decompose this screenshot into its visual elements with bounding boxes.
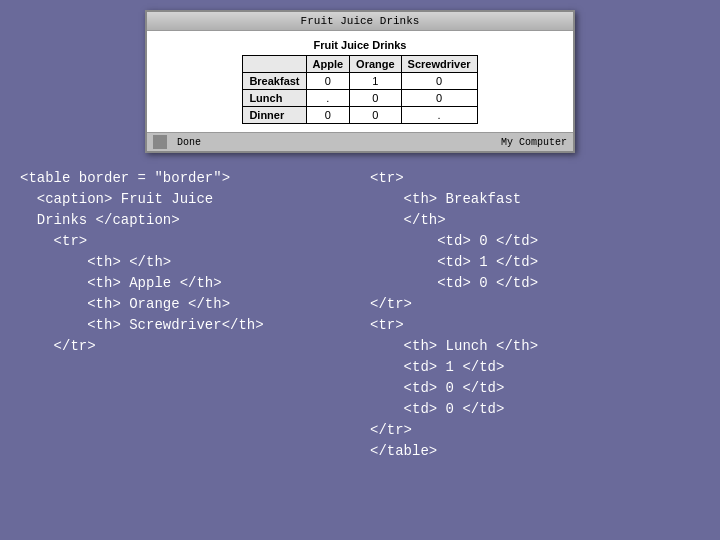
table-row: Dinner 0 0 . <box>243 107 477 124</box>
code-line: <tr> <box>370 168 700 189</box>
cell-lunch-orange: 0 <box>350 90 402 107</box>
code-line: <td> 0 </td> <box>370 273 700 294</box>
row-label-dinner: Dinner <box>243 107 306 124</box>
code-line: <th> Screwdriver</th> <box>20 315 350 336</box>
table-header-orange: Orange <box>350 56 402 73</box>
status-left: Done <box>153 135 201 149</box>
row-label-lunch: Lunch <box>243 90 306 107</box>
table-caption: Fruit Juice Drinks <box>242 39 477 51</box>
code-line: <th> Orange </th> <box>20 294 350 315</box>
row-label-breakfast: Breakfast <box>243 73 306 90</box>
code-line: <table border = "border"> <box>20 168 350 189</box>
code-column-right: <tr> <th> Breakfast </th> <td> 0 </td> <… <box>370 168 700 462</box>
status-right: My Computer <box>501 137 567 148</box>
cell-dinner-screwdriver: . <box>401 107 477 124</box>
fruit-table: Fruit Juice Drinks Apple Orange Screwdri… <box>242 39 477 124</box>
code-line: <td> 0 </td> <box>370 399 700 420</box>
browser-statusbar: Done My Computer <box>147 132 573 151</box>
cell-dinner-apple: 0 <box>306 107 350 124</box>
code-area: <table border = "border"> <caption> Frui… <box>10 163 710 467</box>
table-header-apple: Apple <box>306 56 350 73</box>
cell-lunch-screwdriver: 0 <box>401 90 477 107</box>
table-header-screwdriver: Screwdriver <box>401 56 477 73</box>
code-line: <td> 0 </td> <box>370 378 700 399</box>
code-line: <th> Breakfast <box>370 189 700 210</box>
code-line: <th> Lunch </th> <box>370 336 700 357</box>
code-line: <th> </th> <box>20 252 350 273</box>
browser-window: Fruit Juice Drinks Fruit Juice Drinks Ap… <box>145 10 575 153</box>
table-header-empty <box>243 56 306 73</box>
code-line: <caption> Fruit Juice <box>20 189 350 210</box>
browser-content: Fruit Juice Drinks Apple Orange Screwdri… <box>147 31 573 132</box>
code-line: </tr> <box>370 420 700 441</box>
code-line: Drinks </caption> <box>20 210 350 231</box>
browser-titlebar: Fruit Juice Drinks <box>147 12 573 31</box>
cell-breakfast-apple: 0 <box>306 73 350 90</box>
table-row: Lunch . 0 0 <box>243 90 477 107</box>
cell-dinner-orange: 0 <box>350 107 402 124</box>
code-line: <td> 1 </td> <box>370 252 700 273</box>
code-line: <tr> <box>370 315 700 336</box>
cell-breakfast-screwdriver: 0 <box>401 73 477 90</box>
code-line: </th> <box>370 210 700 231</box>
code-line: </tr> <box>370 294 700 315</box>
browser-title: Fruit Juice Drinks <box>301 15 420 27</box>
code-line: </tr> <box>20 336 350 357</box>
code-line: <td> 1 </td> <box>370 357 700 378</box>
code-line: <th> Apple </th> <box>20 273 350 294</box>
table-row: Breakfast 0 1 0 <box>243 73 477 90</box>
code-line: <tr> <box>20 231 350 252</box>
code-line: </table> <box>370 441 700 462</box>
cell-lunch-apple: . <box>306 90 350 107</box>
status-icon <box>153 135 167 149</box>
cell-breakfast-orange: 1 <box>350 73 402 90</box>
code-column-left: <table border = "border"> <caption> Frui… <box>20 168 350 462</box>
table-header-row: Apple Orange Screwdriver <box>243 56 477 73</box>
code-line: <td> 0 </td> <box>370 231 700 252</box>
